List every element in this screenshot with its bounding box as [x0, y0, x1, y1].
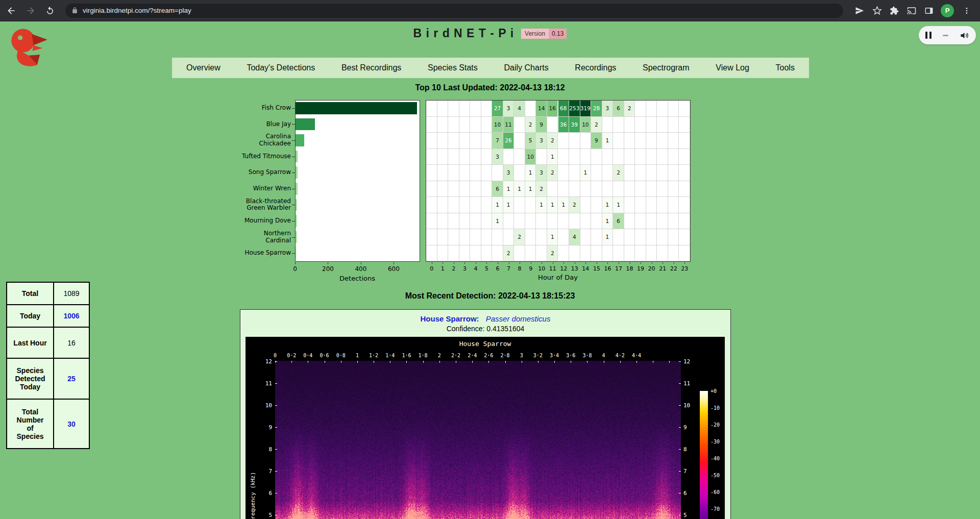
heatmap-cell: 68	[558, 101, 570, 117]
nav-item-species-stats[interactable]: Species Stats	[428, 63, 478, 72]
stats-link-total-number-of-species[interactable]: 30	[67, 420, 76, 428]
back-button[interactable]	[3, 3, 19, 19]
x-tick	[663, 262, 663, 264]
heatmap-cell	[437, 213, 449, 230]
heatmap-cell	[668, 117, 679, 133]
menu-button[interactable]	[959, 3, 975, 19]
spectrogram-x-tick: 2·8	[500, 353, 509, 358]
stats-row-species-detected-today: Species Detected Today25	[7, 358, 89, 399]
stats-row-total-number-of-species: Total Number of Species30	[7, 399, 89, 449]
heatmap-cell: 6	[613, 101, 624, 117]
share-button[interactable]	[851, 3, 868, 19]
heatmap-cell: 2	[547, 245, 558, 262]
hour-label: 19	[637, 265, 644, 272]
nav-item-overview[interactable]: Overview	[186, 63, 220, 72]
stats-row-last-hour: Last Hour16	[7, 327, 89, 358]
heatmap-cell	[459, 101, 471, 117]
heatmap-cell	[657, 229, 668, 245]
stats-value-species-detected-today[interactable]: 25	[54, 358, 89, 399]
heatmap-cell	[679, 117, 690, 133]
heatmap-cell	[613, 181, 624, 197]
y-tick	[292, 253, 295, 254]
y-tick	[292, 205, 295, 205]
stats-link-today[interactable]: 1006	[63, 312, 79, 320]
side-panel-button[interactable]	[921, 3, 937, 19]
heatmap-cell: 7	[492, 133, 503, 149]
heatmap-cell	[679, 181, 690, 197]
heatmap-cell: 1	[492, 197, 503, 213]
spectrogram-y-tick-right: 9	[683, 424, 697, 431]
heatmap-cell	[580, 181, 592, 197]
hour-label: 10	[538, 265, 545, 272]
heatmap-cell: 1	[536, 197, 547, 213]
hour-label: 3	[463, 265, 467, 272]
recent-detection-heading: Most Recent Detection: 2022-04-13 18:15:…	[0, 291, 980, 301]
hour-label: 22	[670, 265, 677, 272]
heatmap-cell	[470, 181, 481, 197]
profile-avatar[interactable]: P	[941, 4, 954, 17]
cast-button[interactable]	[903, 3, 920, 19]
nav-item-spectrogram[interactable]: Spectrogram	[643, 63, 690, 72]
species-common-name-link[interactable]: House Sparrow:	[421, 314, 479, 323]
x-tick	[542, 262, 542, 264]
heatmap-cell	[503, 213, 514, 230]
species-label-fish-crow: Fish Crow	[173, 100, 291, 116]
heatmap-cell: 1	[525, 165, 536, 181]
y-tick	[292, 124, 295, 125]
heatmap-cell: 2	[536, 181, 547, 197]
heatmap-cell: 1	[547, 149, 558, 165]
pause-button[interactable]	[925, 32, 932, 39]
volume-icon[interactable]	[960, 31, 969, 40]
address-bar[interactable]: virginia.birdnetpi.com/?stream=play	[65, 4, 843, 18]
reload-button[interactable]	[42, 3, 58, 19]
x-tick	[464, 262, 465, 264]
nav-item-tools[interactable]: Tools	[776, 63, 795, 72]
stats-value-today[interactable]: 1006	[54, 305, 89, 327]
heatmap-cell	[437, 181, 449, 197]
heatmap-cell	[668, 133, 679, 149]
heatmap-cell	[448, 197, 459, 213]
heatmap-cell	[525, 229, 536, 245]
heatmap-cell: 1	[514, 181, 525, 197]
heatmap-cell: 4	[514, 101, 525, 117]
heatmap-axis-label: Hour of Day	[538, 274, 578, 281]
audio-player[interactable]	[919, 26, 976, 44]
x-tick	[585, 262, 586, 264]
spectrogram-y-tick-left: 10	[259, 402, 272, 409]
heatmap-cell	[536, 213, 547, 230]
extensions-button[interactable]	[886, 3, 902, 19]
bookmark-button[interactable]	[869, 3, 885, 19]
heatmap-cell	[646, 133, 657, 149]
heatmap-cell	[448, 229, 459, 245]
heatmap-cell: 1	[602, 197, 614, 213]
x-tick	[674, 262, 674, 264]
heatmap-cell	[437, 133, 449, 149]
heatmap-cell	[437, 229, 449, 245]
hour-label: 15	[593, 265, 600, 272]
species-scientific-name-link[interactable]: Passer domesticus	[486, 314, 551, 323]
heatmap-cell	[635, 181, 646, 197]
nav-item-view-log[interactable]: View Log	[716, 63, 749, 72]
heatmap-cell: 3	[602, 101, 614, 117]
confidence-text: Confidence: 0.41351604	[240, 325, 730, 333]
nav-item-best-recordings[interactable]: Best Recordings	[341, 63, 401, 72]
heatmap-cell	[492, 165, 503, 181]
stats-value-total-number-of-species[interactable]: 30	[54, 399, 89, 449]
heatmap-cell	[481, 245, 493, 262]
heatmap-cell	[514, 133, 525, 149]
heatmap-cell: 1	[602, 213, 614, 230]
heatmap-cell	[635, 149, 646, 165]
hour-label: 9	[529, 265, 532, 272]
nav-item-recordings[interactable]: Recordings	[575, 63, 616, 72]
send-icon	[855, 6, 864, 15]
heatmap-cell	[470, 229, 481, 245]
heatmap-cell	[646, 245, 657, 262]
nav-item-today-s-detections[interactable]: Today's Detections	[247, 63, 315, 72]
x-tick	[432, 262, 432, 264]
detection-title: House Sparrow: Passer domesticus	[240, 314, 730, 323]
stats-link-species-detected-today[interactable]: 25	[67, 375, 76, 383]
forward-button[interactable]	[22, 3, 39, 19]
nav-item-daily-charts[interactable]: Daily Charts	[504, 63, 549, 72]
bar-northern-cardinal	[296, 231, 297, 243]
heatmap-cell: 9	[536, 117, 547, 133]
